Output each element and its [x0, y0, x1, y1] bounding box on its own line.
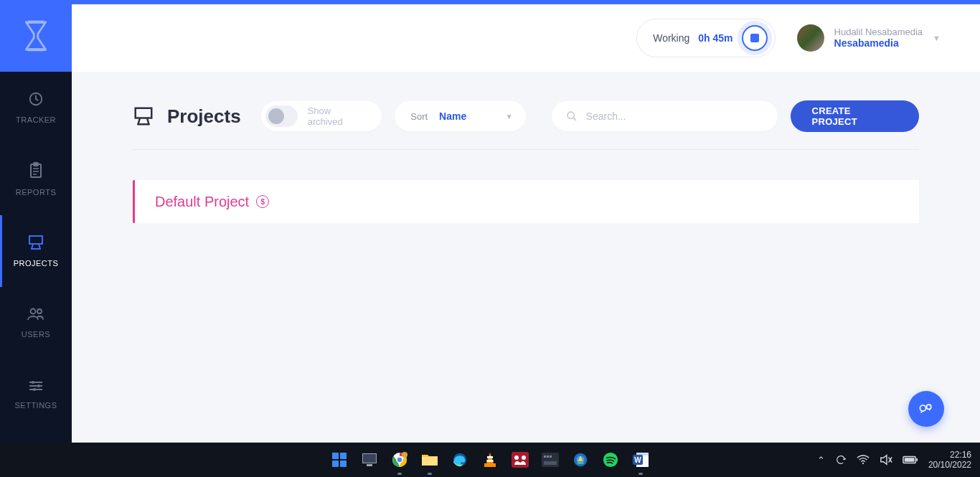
sidebar-item-users[interactable]: USERS — [0, 287, 72, 359]
timer-widget: Working 0h 45m — [636, 19, 775, 57]
taskbar-app-vlc[interactable] — [479, 448, 501, 471]
search-box[interactable] — [552, 101, 778, 131]
svg-rect-35 — [487, 456, 493, 458]
sidebar-item-label: SETTINGS — [14, 401, 57, 410]
taskbar-app-word[interactable]: W — [629, 448, 652, 471]
sidebar-item-label: PROJECTS — [14, 259, 59, 268]
stop-timer-button[interactable] — [742, 25, 768, 51]
users-icon — [27, 307, 45, 321]
svg-text:W: W — [634, 456, 641, 464]
svg-rect-57 — [916, 458, 918, 461]
svg-point-39 — [514, 455, 519, 460]
svg-rect-25 — [340, 461, 347, 467]
taskbar-app-explorer[interactable] — [418, 448, 441, 471]
svg-point-10 — [37, 309, 42, 313]
svg-rect-8 — [29, 236, 42, 244]
svg-line-19 — [573, 118, 576, 121]
sort-label: Sort — [410, 111, 428, 122]
search-icon — [566, 110, 578, 122]
taskbar-app-mendeley[interactable] — [509, 448, 532, 471]
projector-icon — [27, 235, 44, 250]
chat-icon — [918, 402, 934, 416]
show-archived-toggle[interactable]: Show archived — [261, 101, 382, 131]
taskbar-app-chrome[interactable] — [388, 448, 411, 471]
svg-rect-58 — [905, 458, 915, 462]
taskbar-task-view[interactable] — [358, 448, 381, 471]
user-full-name: Hudalil Nesabamedia — [834, 27, 923, 38]
create-project-button[interactable]: CREATE PROJECT — [791, 100, 919, 132]
taskbar-app-video[interactable] — [539, 448, 562, 471]
svg-rect-33 — [422, 457, 438, 466]
stop-icon — [750, 34, 759, 42]
sidebar-item-label: TRACKER — [16, 115, 56, 124]
svg-rect-27 — [363, 454, 376, 463]
svg-point-20 — [920, 405, 925, 411]
user-org: Nesabamedia — [834, 37, 923, 49]
sidebar-item-tracker[interactable]: TRACKER — [0, 72, 72, 143]
tray-chevron-icon[interactable]: ⌃ — [817, 455, 825, 466]
sidebar-item-settings[interactable]: SETTINGS — [0, 359, 72, 430]
chevron-down-icon: ▼ — [933, 34, 941, 42]
svg-rect-38 — [512, 452, 529, 468]
sort-value: Name — [439, 110, 466, 122]
svg-point-53 — [862, 463, 864, 464]
tray-volume-icon[interactable] — [880, 454, 892, 466]
chevron-down-icon: ▼ — [506, 113, 513, 121]
clipboard-icon — [29, 162, 43, 179]
svg-rect-45 — [544, 461, 557, 465]
svg-point-32 — [402, 452, 407, 458]
svg-rect-23 — [340, 453, 347, 459]
svg-point-16 — [33, 388, 36, 391]
sliders-icon — [28, 379, 44, 392]
hourglass-icon — [24, 20, 48, 52]
tray-wifi-icon[interactable] — [857, 455, 870, 465]
svg-point-31 — [397, 457, 402, 463]
svg-rect-36 — [487, 460, 494, 462]
sidebar-item-label: USERS — [22, 330, 50, 339]
taskbar-app-spotify[interactable] — [599, 448, 622, 471]
svg-rect-44 — [550, 455, 552, 458]
svg-rect-43 — [547, 455, 549, 458]
billable-icon: $ — [256, 195, 269, 208]
svg-point-9 — [31, 309, 36, 314]
sort-dropdown[interactable]: Sort Name ▼ — [395, 101, 525, 131]
sidebar: TRACKER REPORTS PROJECTS USERS SETTINGS — [0, 0, 72, 443]
projector-icon — [133, 106, 154, 126]
avatar — [797, 24, 824, 52]
user-menu[interactable]: Hudalil Nesabamedia Nesabamedia ▼ — [797, 24, 941, 52]
svg-point-40 — [522, 455, 526, 460]
svg-rect-28 — [367, 464, 372, 466]
svg-rect-22 — [332, 453, 339, 459]
sidebar-item-label: REPORTS — [16, 188, 56, 197]
taskbar-app-edge[interactable] — [448, 448, 471, 471]
content-area: Projects Show archived Sort Name ▼ CREAT… — [72, 72, 980, 443]
tray-battery-icon[interactable] — [903, 455, 918, 465]
svg-rect-42 — [544, 455, 546, 458]
project-name: Default Project — [155, 194, 249, 210]
tray-clock[interactable]: 22:16 20/10/2022 — [928, 450, 971, 471]
clock-icon — [28, 91, 44, 107]
app-header: Working 0h 45m Hudalil Nesabamedia Nesab… — [72, 4, 980, 72]
taskbar-app-idm[interactable] — [569, 448, 592, 471]
search-input[interactable] — [586, 110, 763, 122]
svg-point-14 — [32, 381, 34, 384]
tray-sync-icon[interactable] — [835, 454, 847, 466]
sidebar-item-reports[interactable]: REPORTS — [0, 143, 72, 215]
timer-elapsed: 0h 45m — [698, 32, 732, 44]
svg-point-21 — [926, 405, 930, 409]
project-row[interactable]: Default Project $ — [133, 180, 919, 223]
svg-rect-24 — [332, 461, 339, 467]
chat-fab[interactable] — [908, 391, 944, 427]
toolbar: Projects Show archived Sort Name ▼ CREAT… — [133, 100, 919, 150]
svg-point-18 — [567, 112, 574, 118]
timer-status-label: Working — [653, 32, 689, 44]
taskbar-start-button[interactable] — [328, 448, 351, 471]
page-title: Projects — [167, 105, 241, 128]
svg-rect-17 — [136, 108, 152, 118]
svg-rect-37 — [484, 463, 496, 467]
show-archived-label: Show archived — [308, 105, 368, 127]
app-logo[interactable] — [0, 0, 72, 72]
svg-point-15 — [37, 384, 40, 387]
windows-taskbar[interactable]: W ⌃ 22:16 20/10/2022 — [0, 443, 980, 477]
sidebar-item-projects[interactable]: PROJECTS — [0, 215, 72, 287]
